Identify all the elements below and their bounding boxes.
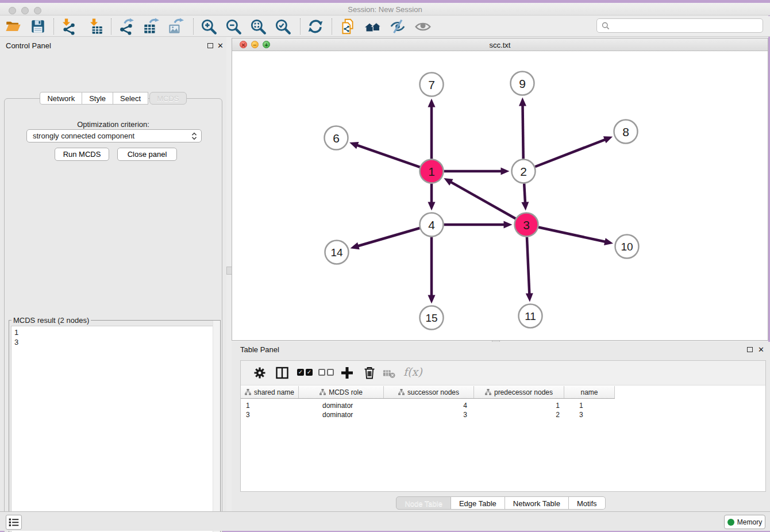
tab-select[interactable]: Select [113,92,148,105]
column-header-shared-name[interactable]: shared name [241,386,299,398]
status-bar: Memory [0,511,770,531]
criterion-value: strongly connected component [33,132,134,140]
toolbar-separator [332,18,332,34]
dropdown-stepper-icon [190,132,198,141]
network-edge-3-11[interactable] [527,237,529,294]
edge-arrowhead [349,142,359,149]
memory-button[interactable]: Memory [724,515,765,529]
mcds-result-list[interactable]: 1 3 [11,326,219,532]
import-table-icon[interactable] [87,18,104,35]
network-edge-3-1[interactable] [451,182,516,218]
zoom-fit-icon[interactable] [249,18,267,35]
table-settings-gear-icon[interactable] [252,365,267,380]
toolbar-separator [111,18,111,34]
tab-edge-table[interactable]: Edge Table [451,496,505,510]
export-table-icon[interactable] [142,18,159,35]
table-close-icon[interactable]: ✕ [758,346,764,353]
app-titlebar: Session: New Session [0,3,770,16]
search-icon [601,21,611,31]
node-table-container: ✓✓ f(x) shared name MCDS role [240,360,766,492]
float-panel-icon[interactable] [207,43,213,48]
tab-mcds[interactable]: MCDS [149,92,186,105]
column-header-successor-nodes[interactable]: successor nodes [384,386,474,398]
network-edge-3-10[interactable] [538,228,606,242]
refresh-icon[interactable] [307,18,324,35]
column-header-predecessor-nodes[interactable]: predecessor nodes [474,386,564,398]
network-edge-2-9[interactable] [522,105,523,159]
open-file-icon[interactable] [5,18,22,35]
edge-arrowhead [428,202,436,211]
edge-arrowhead [519,97,526,106]
zoom-in-icon[interactable] [200,18,217,35]
network-graph[interactable]: 7968124314101511 [232,51,768,340]
edge-arrowhead [501,168,510,175]
search-input[interactable] [613,20,760,32]
first-neighbors-icon[interactable] [364,18,382,35]
add-column-icon[interactable] [340,365,355,380]
tab-motifs[interactable]: Motifs [569,496,606,510]
node-label: 3 [523,218,530,232]
node-label: 10 [621,241,633,253]
deselect-all-columns-icon[interactable] [318,369,334,376]
export-image-icon[interactable] [167,18,184,35]
node-label: 14 [330,246,343,259]
network-edge-2-8[interactable] [535,140,606,167]
network-titlebar[interactable]: ✕ − + scc.txt [232,38,768,51]
edge-arrowhead [428,295,436,304]
node-label: 7 [428,78,435,91]
clone-network-icon[interactable] [339,18,356,35]
close-panel-icon[interactable]: ✕ [217,43,224,49]
import-network-icon[interactable] [59,18,76,35]
edge-arrowhead [428,99,436,107]
split-columns-icon[interactable] [275,365,290,380]
tab-node-table[interactable]: Node Table [396,496,451,510]
control-panel: Control Panel ✕ Optimization criterion: … [0,37,226,511]
main-toolbar [0,16,770,37]
network-canvas[interactable]: 7968124314101511 [232,51,768,340]
export-network-icon[interactable] [117,18,134,35]
column-header-name[interactable]: name [564,386,615,398]
network-edge-4-14[interactable] [357,228,419,246]
select-all-columns-icon[interactable]: ✓✓ [297,369,313,376]
tab-network-table[interactable]: Network Table [505,496,569,510]
show-all-icon[interactable] [414,18,432,35]
tab-style[interactable]: Style [82,92,113,105]
toolbar-separator [300,18,301,34]
search-field[interactable] [596,18,763,33]
column-header-mcds-role[interactable]: MCDS role [299,386,384,398]
table-panel-title: Table Panel [240,345,279,354]
hierarchy-icon [245,389,251,395]
toolbar-separator [53,18,54,34]
network-edge-1-6[interactable] [356,145,419,167]
hierarchy-icon [485,389,491,395]
zoom-out-icon[interactable] [225,18,242,35]
delete-table-icon[interactable] [383,367,395,380]
table-row[interactable]: 1 dominator 4 1 1 [241,401,615,410]
table-panel-tabs: Node Table Edge Table Network Table Moti… [232,496,770,510]
hide-selected-icon[interactable] [389,18,406,35]
close-panel-button[interactable]: Close panel [117,148,177,161]
delete-column-trash-icon[interactable] [362,365,377,380]
task-history-button[interactable] [6,515,22,530]
table-float-icon[interactable] [747,347,753,352]
save-session-icon[interactable] [29,18,47,35]
list-icon [6,515,21,529]
network-edge-2-3[interactable] [524,183,525,203]
memory-status-dot [727,519,734,526]
control-panel-tabs: Network Style Select MCDS [0,92,226,105]
criterion-dropdown[interactable]: strongly connected component [26,129,202,142]
tab-network[interactable]: Network [40,92,82,105]
edge-arrowhead [526,293,533,302]
edge-arrowhead [504,221,513,229]
edge-arrowhead [351,242,360,249]
function-builder-icon[interactable]: f(x) [403,365,422,378]
node-label: 15 [425,312,437,324]
edge-arrowhead [603,136,613,143]
run-mcds-button[interactable]: Run MCDS [55,148,109,161]
node-label: 8 [622,125,629,138]
memory-label: Memory [737,518,762,526]
table-row[interactable]: 3 dominator 3 2 3 [241,410,615,419]
zoom-selected-icon[interactable] [274,18,291,35]
result-scrollbar[interactable] [213,321,220,532]
control-panel-title: Control Panel [6,41,51,50]
